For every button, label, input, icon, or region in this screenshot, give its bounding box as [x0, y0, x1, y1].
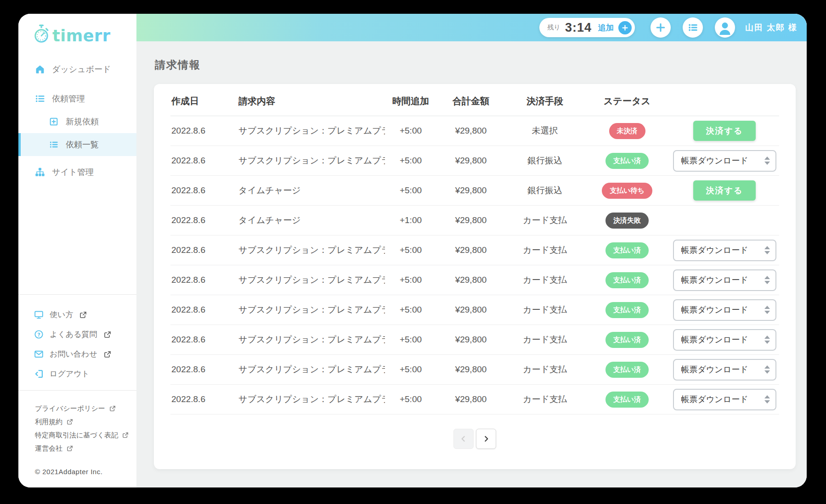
add-time-button[interactable]	[618, 21, 632, 34]
cell-action: 帳票ダウンロード	[670, 269, 779, 291]
sidebar-item-new-request[interactable]: 新規依頼	[18, 110, 136, 133]
download-select[interactable]: 帳票ダウンロード	[673, 329, 776, 351]
list-icon	[35, 94, 45, 104]
home-icon	[35, 64, 45, 74]
cell-time-added: +5:00	[385, 185, 436, 196]
logout-button[interactable]: ログアウト	[18, 364, 136, 384]
sidebar-item-request-list[interactable]: 依頼一覧	[18, 133, 136, 156]
list-menu-button[interactable]	[683, 17, 703, 38]
cell-billing-content: サブスクリプション：プレミアムプラン	[238, 364, 385, 375]
monitor-icon	[34, 310, 44, 319]
table-row: 2022.8.6 サブスクリプション：プレミアムプラン +5:00 ¥29,80…	[170, 325, 779, 355]
list-icon	[688, 22, 698, 33]
cell-total-amount: ¥29,800	[436, 156, 505, 166]
download-select-label: 帳票ダウンロード	[681, 304, 748, 315]
status-badge: 支払い済	[605, 332, 649, 348]
cell-created-date: 2022.8.6	[170, 185, 238, 196]
sidebar-item-dashboard[interactable]: ダッシュボード	[18, 58, 136, 81]
user-avatar[interactable]	[715, 17, 735, 38]
cell-created-date: 2022.8.6	[170, 335, 238, 345]
time-remaining-pill: 残り 3:14 追加	[539, 18, 635, 37]
download-select[interactable]: 帳票ダウンロード	[673, 150, 776, 172]
cell-billing-content: サブスクリプション：プレミアムプラン	[238, 393, 385, 405]
footer-link-label: 運営会社	[35, 442, 62, 455]
external-link-icon	[104, 351, 111, 358]
external-link-icon	[104, 331, 111, 338]
help-links: 使い方 ? よくある質問	[18, 295, 136, 390]
download-select-label: 帳票ダウンロード	[681, 274, 748, 286]
cell-created-date: 2022.8.6	[170, 305, 238, 315]
billing-table-card: 作成日 請求内容 時間追加 合計金額 決済手段 ステータス 2022.8.6 サ…	[154, 84, 796, 469]
person-icon	[715, 17, 735, 38]
sidebar-item-site-management[interactable]: サイト管理	[18, 161, 136, 184]
cell-payment-method: カード支払	[505, 244, 584, 256]
cell-status: 決済失敗	[584, 213, 670, 229]
cell-payment-method: カード支払	[505, 274, 584, 286]
mail-icon	[34, 349, 44, 359]
updown-arrows-icon	[764, 246, 770, 254]
cell-created-date: 2022.8.6	[170, 156, 238, 166]
table-row: 2022.8.6 タイムチャージ +1:00 ¥29,800 カード支払 決済失…	[170, 206, 779, 235]
question-circle-icon: ?	[34, 330, 44, 339]
next-page-button[interactable]	[476, 429, 496, 449]
new-item-button[interactable]	[651, 17, 671, 38]
help-link-faq[interactable]: ? よくある質問	[18, 325, 136, 344]
help-link-how-to-use[interactable]: 使い方	[18, 305, 136, 325]
pay-button[interactable]: 決済する	[693, 121, 756, 141]
updown-arrows-icon	[764, 336, 770, 344]
footer-link-privacy-policy[interactable]: プライバシーポリシー	[35, 402, 136, 415]
cell-billing-content: サブスクリプション：プレミアムプラン	[238, 244, 385, 256]
app-window: timerr ダッシュボード 依頼管理	[18, 14, 807, 487]
cell-total-amount: ¥29,800	[436, 335, 505, 345]
main-area: 残り 3:14 追加	[136, 14, 807, 487]
cell-status: 支払い済	[584, 153, 670, 169]
header-status: ステータス	[584, 95, 670, 107]
header-created-date: 作成日	[170, 95, 238, 107]
updown-arrows-icon	[764, 395, 770, 403]
cell-action: 決済する	[670, 180, 779, 201]
help-link-label: 使い方	[50, 309, 73, 320]
external-link-icon	[67, 446, 73, 451]
status-badge: 支払い済	[605, 153, 649, 169]
sidebar-nav: ダッシュボード 依頼管理 新規依頼	[18, 58, 136, 184]
status-badge: 支払い済	[605, 242, 649, 258]
cell-created-date: 2022.8.6	[170, 275, 238, 285]
download-select[interactable]: 帳票ダウンロード	[673, 389, 776, 410]
cell-time-added: +5:00	[385, 305, 436, 315]
download-select[interactable]: 帳票ダウンロード	[673, 240, 776, 261]
download-select-label: 帳票ダウンロード	[681, 155, 748, 166]
cell-time-added: +5:00	[385, 126, 436, 136]
cell-billing-content: タイムチャージ	[238, 214, 385, 226]
cell-total-amount: ¥29,800	[436, 305, 505, 315]
cell-payment-method: カード支払	[505, 214, 584, 226]
cell-payment-method: カード支払	[505, 364, 584, 375]
download-select[interactable]: 帳票ダウンロード	[673, 269, 776, 291]
download-select[interactable]: 帳票ダウンロード	[673, 359, 776, 381]
sidebar-item-label: サイト管理	[52, 167, 94, 178]
pay-button[interactable]: 決済する	[693, 180, 756, 201]
cell-payment-method: カード支払	[505, 334, 584, 346]
table-row: 2022.8.6 サブスクリプション：プレミアムプラン +5:00 ¥29,80…	[170, 116, 779, 146]
cell-action: 帳票ダウンロード	[670, 389, 779, 410]
sidebar-item-label: 依頼管理	[52, 93, 85, 104]
footer-link-operating-company[interactable]: 運営会社	[35, 442, 136, 455]
footer-link-commercial-law[interactable]: 特定商取引法に基づく表記	[35, 428, 136, 442]
remaining-label: 残り	[548, 23, 560, 32]
cell-status: 支払い済	[584, 242, 670, 258]
sidebar-item-request-management[interactable]: 依頼管理	[18, 87, 136, 110]
external-link-icon	[123, 432, 128, 438]
sitemap-icon	[35, 167, 45, 177]
topbar: 残り 3:14 追加	[136, 14, 807, 41]
help-link-label: お問い合わせ	[50, 349, 97, 359]
table-row: 2022.8.6 サブスクリプション：プレミアムプラン +5:00 ¥29,80…	[170, 265, 779, 295]
footer-link-terms[interactable]: 利用規約	[35, 415, 136, 428]
cell-created-date: 2022.8.6	[170, 394, 238, 404]
table-header-row: 作成日 請求内容 時間追加 合計金額 決済手段 ステータス	[170, 87, 779, 116]
cell-created-date: 2022.8.6	[170, 245, 238, 255]
prev-page-button[interactable]	[453, 429, 474, 449]
status-badge: 支払い済	[605, 272, 649, 288]
table-row: 2022.8.6 サブスクリプション：プレミアムプラン +5:00 ¥29,80…	[170, 235, 779, 265]
add-time-label[interactable]: 追加	[598, 22, 614, 33]
help-link-contact[interactable]: お問い合わせ	[18, 344, 136, 364]
download-select[interactable]: 帳票ダウンロード	[673, 299, 776, 321]
